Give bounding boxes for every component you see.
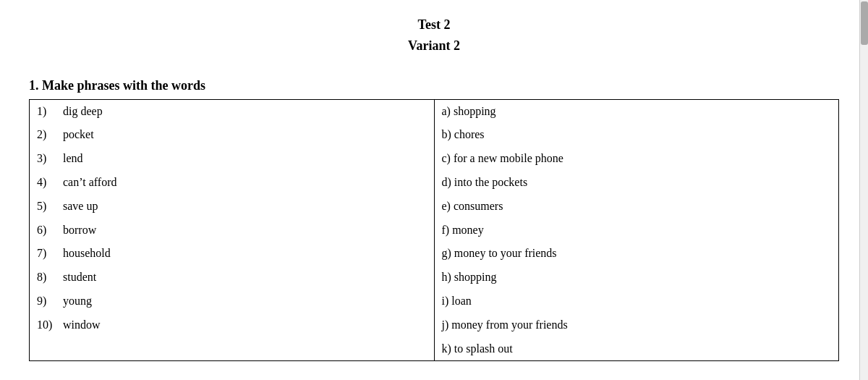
item-number: 7) <box>37 245 63 263</box>
item-number: 3) <box>37 150 63 168</box>
item-word: young <box>63 292 92 311</box>
item-number: 9) <box>37 292 63 311</box>
phrases-table: 1)dig deepa) shopping2)pocketb) chores3)… <box>30 100 838 361</box>
right-item-label: c) for a new mobile phone <box>442 152 563 164</box>
item-word: lend <box>63 150 83 168</box>
table-row: 7)householdg) money to your friends <box>30 242 838 266</box>
table-row: 4)can’t affordd) into the pockets <box>30 171 838 195</box>
item-word: can’t afford <box>63 174 116 192</box>
table-row: 8)studenth) shopping <box>30 266 838 290</box>
right-item-label: b) chores <box>442 128 485 140</box>
item-word: dig deep <box>63 103 103 121</box>
right-item-label: k) to splash out <box>442 342 513 355</box>
item-number: 5) <box>37 198 63 216</box>
table-row: 6)borrowf) money <box>30 219 838 242</box>
right-item-label: e) consumers <box>442 200 503 212</box>
title-line1: Test 2 <box>29 14 839 35</box>
item-number: 2) <box>37 126 63 144</box>
scrollbar[interactable] <box>859 0 868 380</box>
table-row: 3)lendc) for a new mobile phone <box>30 147 838 171</box>
right-item-label: j) money from your friends <box>442 318 568 331</box>
title-line2: Variant 2 <box>29 35 839 56</box>
right-item-label: a) shopping <box>442 105 496 117</box>
item-word: window <box>63 316 101 334</box>
item-word: pocket <box>63 126 94 144</box>
item-word: student <box>63 269 96 287</box>
item-number: 6) <box>37 221 63 240</box>
item-word: borrow <box>63 221 96 240</box>
table-row: 1)dig deepa) shopping <box>30 100 838 124</box>
right-item-label: d) into the pockets <box>442 176 528 188</box>
item-number: 8) <box>37 269 63 287</box>
item-word: household <box>63 245 111 263</box>
item-number: 4) <box>37 174 63 192</box>
scrollbar-thumb[interactable] <box>861 1 868 45</box>
phrases-table-container: 1)dig deepa) shopping2)pocketb) chores3)… <box>29 99 839 362</box>
item-word: save up <box>63 198 98 216</box>
table-row: k) to splash out <box>30 337 838 361</box>
right-item-label: g) money to your friends <box>442 247 557 259</box>
right-item-label: i) loan <box>442 295 472 307</box>
table-row: 9)youngi) loan <box>30 290 838 313</box>
page-header: Test 2 Variant 2 <box>29 14 839 56</box>
right-item-label: h) shopping <box>442 271 497 283</box>
section-heading: 1. Make phrases with the words <box>29 78 839 93</box>
table-row: 10)windowj) money from your friends <box>30 313 838 337</box>
table-row: 5)save upe) consumers <box>30 195 838 219</box>
right-item-label: f) money <box>442 224 484 236</box>
item-number: 1) <box>37 103 63 121</box>
item-number: 10) <box>37 316 63 334</box>
table-row: 2)pocketb) chores <box>30 123 838 147</box>
